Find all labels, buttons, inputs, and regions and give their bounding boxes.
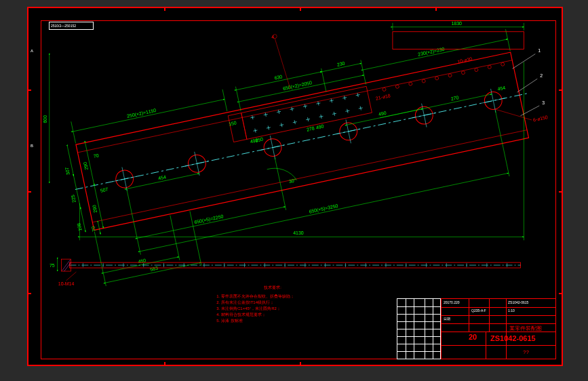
tb-scale: 1:10 bbox=[508, 308, 515, 313]
frame-tick bbox=[28, 191, 31, 193]
frame-tick bbox=[28, 89, 31, 91]
zone-label: A bbox=[31, 49, 33, 53]
drawing-sheet: A B 2510/2—250152 bbox=[27, 7, 563, 366]
revision-block bbox=[397, 298, 441, 359]
frame-tick bbox=[559, 293, 562, 294]
frame-tick bbox=[300, 8, 301, 11]
tb-mass: 日期 bbox=[444, 317, 450, 321]
frame-tick bbox=[164, 362, 165, 365]
zone-label: B bbox=[31, 144, 33, 148]
corner-tag: 2510/2—250152 bbox=[49, 22, 94, 30]
frame-tick bbox=[559, 191, 562, 193]
frame-tick bbox=[164, 8, 165, 11]
notes-title: 技术要求: bbox=[212, 285, 334, 291]
tb-partnum-big: ZS1042-0615 bbox=[490, 334, 536, 342]
tb-part-small: ZS1042-0615 bbox=[508, 300, 528, 304]
note-item: 所有未注公差按IT14级执行； bbox=[221, 300, 334, 306]
note-item: 涂漆 按标准 bbox=[221, 318, 334, 324]
tech-notes: 技术要求: 零件表面不允许存在裂纹、折叠等缺陷； 所有未注公差按IT14级执行；… bbox=[212, 285, 334, 324]
note-item: 零件表面不允许存在裂纹、折叠等缺陷； bbox=[221, 294, 334, 300]
frame-tick bbox=[28, 293, 31, 294]
note-item: 未注倒角C1×45°，未注圆角R2； bbox=[221, 306, 334, 312]
frame-tick bbox=[435, 8, 437, 11]
note-item: 材料符合技术规范要求； bbox=[221, 312, 334, 318]
tb-material: Q235-A·F bbox=[471, 308, 486, 313]
frame-tick bbox=[559, 89, 562, 91]
title-block: 20170.220 ZS1042-0615 Q235-A·F 1:10 日期 某… bbox=[441, 298, 556, 359]
tb-qty: 20 bbox=[469, 333, 477, 341]
cad-viewport[interactable]: A B 2510/2—250152 bbox=[0, 0, 588, 381]
tb-bottom-note: ?? bbox=[523, 349, 529, 355]
frame-tick bbox=[300, 362, 301, 365]
tb-desc: 某零件装配图 bbox=[509, 325, 542, 332]
tb-header-small: 20170.220 bbox=[444, 300, 460, 304]
